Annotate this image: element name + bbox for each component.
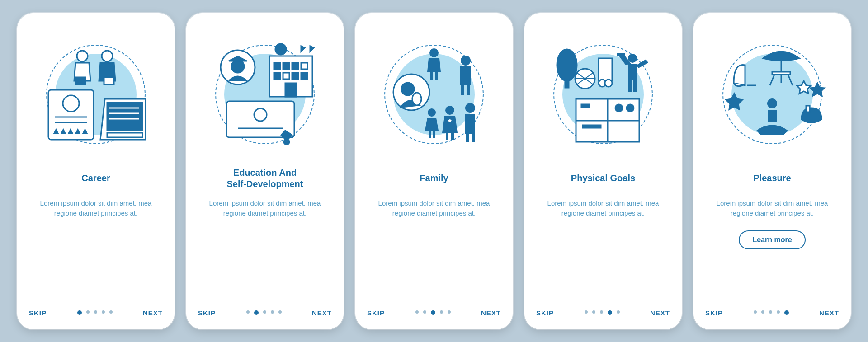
screen-title: Family	[415, 167, 453, 190]
dot	[246, 310, 250, 314]
page-indicator	[585, 310, 620, 315]
screen-title: Physical Goals	[566, 167, 640, 190]
dot	[254, 310, 259, 315]
svg-rect-58	[633, 80, 637, 92]
dot	[617, 310, 620, 314]
screen-title: Career	[77, 167, 114, 190]
skip-button[interactable]: SKIP	[367, 309, 385, 317]
dot	[77, 310, 82, 315]
svg-rect-8	[107, 103, 142, 131]
dot	[109, 310, 113, 314]
dot	[600, 310, 603, 314]
phone-screen: Physical Goals Lorem ipsum dolor sit dim…	[534, 27, 672, 304]
dot	[431, 310, 435, 315]
next-button[interactable]: NEXT	[312, 309, 332, 317]
svg-point-1	[102, 51, 113, 61]
skip-button[interactable]: SKIP	[705, 309, 723, 317]
svg-point-53	[605, 80, 612, 87]
fitness-icon	[544, 40, 662, 149]
dot	[754, 310, 757, 314]
dot	[777, 310, 780, 314]
nav-row: SKIP NEXT	[703, 304, 841, 320]
svg-rect-62	[581, 104, 590, 107]
fitness-illustration	[540, 36, 666, 153]
dot	[784, 310, 789, 315]
onboarding-phone-family: Family Lorem ipsum dolor sit dim amet, m…	[355, 13, 513, 329]
svg-point-49	[557, 49, 577, 81]
svg-point-25	[275, 44, 286, 55]
dot	[415, 310, 419, 314]
svg-rect-31	[430, 72, 433, 80]
family-illustration	[371, 36, 497, 153]
screen-description: Lorem ipsum dolor sit dim amet, mea regi…	[534, 198, 672, 219]
next-button[interactable]: NEXT	[819, 309, 839, 317]
svg-rect-12	[107, 133, 142, 137]
svg-rect-50	[565, 79, 569, 88]
phone-screen: Education And Self-Development Lorem ips…	[196, 27, 334, 304]
svg-rect-68	[772, 72, 790, 75]
svg-rect-44	[451, 133, 454, 140]
dot	[608, 310, 612, 315]
phone-screen: Pleasure Lorem ipsum dolor sit dim amet,…	[703, 27, 841, 304]
svg-point-0	[77, 51, 88, 61]
nav-row: SKIP NEXT	[365, 304, 503, 320]
screen-description: Lorem ipsum dolor sit dim amet, mea regi…	[703, 198, 841, 219]
svg-rect-21	[283, 73, 289, 79]
nav-row: SKIP NEXT	[534, 304, 672, 320]
phone-screen: Family Lorem ipsum dolor sit dim amet, m…	[365, 27, 503, 304]
svg-rect-47	[466, 134, 469, 142]
skip-button[interactable]: SKIP	[29, 309, 47, 317]
svg-rect-40	[429, 131, 431, 138]
svg-point-27	[254, 108, 267, 121]
dot	[271, 310, 274, 314]
svg-rect-48	[472, 134, 475, 142]
pleasure-icon	[713, 40, 831, 149]
career-illustration	[33, 36, 159, 153]
svg-rect-57	[628, 80, 632, 92]
skip-button[interactable]: SKIP	[198, 309, 216, 317]
onboarding-phone-education: Education And Self-Development Lorem ips…	[186, 13, 344, 329]
svg-point-64	[627, 104, 634, 112]
svg-rect-22	[292, 73, 298, 79]
onboarding-phone-career: Career Lorem ipsum dolor sit dim amet, m…	[17, 13, 175, 329]
svg-rect-65	[583, 125, 601, 128]
page-indicator	[754, 310, 789, 315]
dot	[592, 310, 595, 314]
svg-rect-34	[461, 85, 464, 95]
svg-rect-20	[274, 73, 280, 79]
svg-point-42	[445, 106, 454, 115]
svg-point-38	[412, 93, 421, 105]
svg-point-14	[231, 60, 244, 73]
svg-rect-2	[75, 77, 85, 84]
svg-point-71	[767, 98, 777, 108]
svg-point-63	[615, 104, 623, 112]
family-icon	[375, 40, 493, 149]
next-button[interactable]: NEXT	[481, 309, 501, 317]
dot	[448, 310, 451, 314]
next-button[interactable]: NEXT	[143, 309, 163, 317]
dot	[263, 310, 266, 314]
page-indicator	[77, 310, 113, 315]
education-icon	[206, 40, 324, 149]
dot	[86, 310, 90, 314]
dot	[440, 310, 443, 314]
svg-rect-72	[806, 106, 810, 112]
page-indicator	[246, 310, 282, 315]
skip-button[interactable]: SKIP	[536, 309, 554, 317]
nav-row: SKIP NEXT	[27, 304, 165, 320]
screen-description: Lorem ipsum dolor sit dim amet, mea regi…	[27, 198, 165, 219]
screen-title: Education And Self-Development	[222, 167, 308, 190]
svg-rect-43	[446, 133, 448, 140]
dot	[769, 310, 772, 314]
education-illustration	[202, 36, 328, 153]
svg-rect-18	[292, 63, 298, 69]
dot	[102, 310, 105, 314]
screen-description: Lorem ipsum dolor sit dim amet, mea regi…	[196, 198, 334, 219]
next-button[interactable]: NEXT	[650, 309, 670, 317]
learn-more-button[interactable]: Learn more	[739, 230, 805, 249]
dot	[423, 310, 426, 314]
pleasure-illustration	[709, 36, 835, 153]
dot	[94, 310, 97, 314]
phone-screen: Career Lorem ipsum dolor sit dim amet, m…	[27, 27, 165, 304]
svg-rect-17	[283, 63, 289, 69]
